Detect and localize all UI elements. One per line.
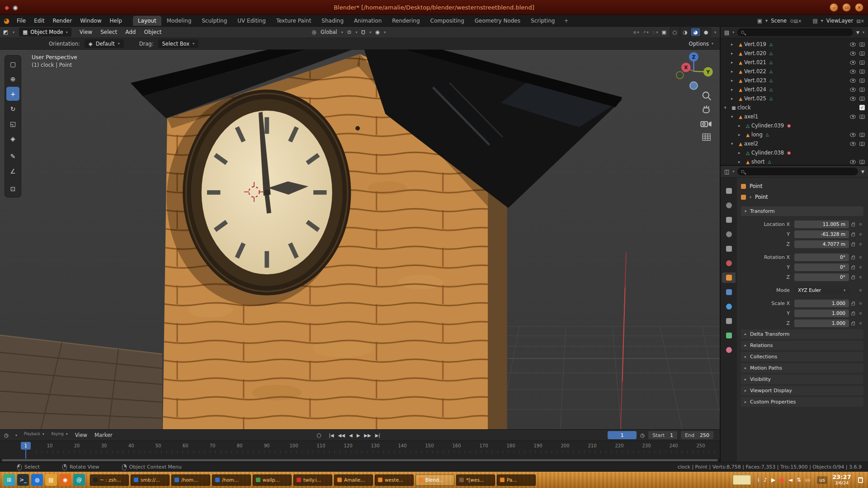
display-toggle-icon[interactable]: ◌	[652, 29, 658, 35]
hide-viewport-icon[interactable]	[850, 70, 856, 74]
properties-tab[interactable]	[722, 186, 736, 196]
transport-button[interactable]: ▶|	[375, 433, 380, 438]
visibility-toggles[interactable]	[850, 97, 865, 101]
outliner-search-input[interactable]	[737, 28, 853, 36]
disable-render-icon[interactable]	[859, 42, 865, 47]
current-frame-field[interactable]: 1	[608, 431, 637, 439]
filter-icon[interactable]: ▼	[856, 30, 859, 35]
tray-icon[interactable]: ◄	[788, 477, 793, 483]
properties-tab[interactable]	[722, 244, 736, 254]
window-control-button[interactable]: ×	[855, 3, 863, 12]
shading-mode-button[interactable]: ●	[701, 28, 711, 36]
disable-render-icon[interactable]	[859, 97, 865, 101]
properties-tab[interactable]	[722, 272, 736, 283]
blender-logo-icon[interactable]: ◕	[4, 17, 9, 25]
expand-icon[interactable]	[738, 150, 744, 155]
expand-icon[interactable]	[738, 160, 744, 164]
tool-button[interactable]: ⊡	[6, 182, 19, 196]
hide-viewport-icon[interactable]	[850, 79, 856, 83]
tool-button[interactable]: ◱	[6, 117, 19, 131]
panel-section-header[interactable]: ▸ Collections	[741, 352, 863, 361]
field-value[interactable]: 1.000	[794, 300, 849, 307]
outliner-row[interactable]: Vert.024	[721, 85, 868, 94]
options-dropdown[interactable]: Options ▾	[689, 41, 713, 47]
timeline-menu-item[interactable]: Marker	[94, 432, 113, 438]
lock-icon[interactable]	[849, 222, 857, 226]
disable-render-icon[interactable]	[859, 79, 865, 83]
field-value[interactable]: 0°	[794, 253, 849, 261]
outliner-row[interactable]: axel2	[721, 139, 868, 148]
taskbar-window-button[interactable]: Blend...	[415, 474, 454, 486]
launcher-icon[interactable]: ◉	[59, 474, 71, 486]
outliner-row[interactable]: Vert.025	[721, 94, 868, 103]
auto-keying-icon[interactable]: ○	[316, 432, 321, 438]
hide-viewport-icon[interactable]	[850, 133, 856, 137]
3d-viewport[interactable]: Z Y X User Perspective (1) clock | Point	[0, 50, 720, 429]
transport-button[interactable]: |◀	[329, 433, 334, 438]
panel-section-header[interactable]: ▸ Viewport Display	[741, 386, 863, 395]
outliner-editor-icon[interactable]: ▤	[724, 29, 729, 36]
drag-dropdown[interactable]: Select Box ▾	[158, 39, 199, 48]
lock-icon[interactable]	[849, 265, 857, 269]
expand-icon[interactable]	[724, 105, 730, 110]
viewport-menu-item[interactable]: Select	[97, 28, 121, 36]
panel-section-header[interactable]: ▸ Visibility	[741, 375, 863, 384]
editor-type-icon[interactable]: ◩	[3, 29, 8, 35]
expand-icon[interactable]	[738, 123, 744, 128]
visibility-toggles[interactable]	[850, 88, 865, 92]
end-frame-field[interactable]: End 250	[681, 431, 713, 439]
outliner-row[interactable]: Vert.020	[721, 49, 868, 58]
tray-icon[interactable]: ▶	[771, 477, 775, 483]
workspace-tab[interactable]: Geometry Nodes	[470, 16, 525, 26]
properties-tab[interactable]	[722, 200, 736, 211]
hide-viewport-icon[interactable]	[850, 88, 856, 92]
outliner-row[interactable]: Vert.023	[721, 76, 868, 85]
expand-icon[interactable]	[731, 114, 737, 119]
tray-icon[interactable]: ⇅	[797, 477, 801, 483]
tray-icon[interactable]: ℹ	[758, 477, 760, 483]
scene-name[interactable]: Scene	[771, 18, 787, 24]
taskbar-window-button[interactable]: Pa...	[497, 474, 536, 486]
tray-icon[interactable]: ●	[779, 477, 784, 483]
expand-icon[interactable]	[731, 51, 737, 56]
orientation-dropdown[interactable]: ◈ Default ▾	[85, 39, 124, 48]
display-toggle-icon[interactable]: ▣	[662, 29, 666, 35]
launcher-icon[interactable]: >_	[17, 474, 29, 486]
panel-section-header[interactable]: ▸ Relations	[741, 341, 863, 350]
properties-tab[interactable]	[722, 316, 736, 326]
timeline-scrollbar[interactable]	[0, 459, 720, 462]
collection-checkbox[interactable]	[859, 105, 865, 110]
viewlayer-icon[interactable]: ▤	[812, 18, 817, 24]
notes-applet[interactable]	[733, 475, 751, 485]
workspace-tab[interactable]: Sculpting	[197, 16, 232, 26]
timeline-ruler[interactable]: 1 10203040506070809010011012013014015016…	[0, 441, 720, 459]
workspace-tab[interactable]: +	[560, 16, 572, 26]
hide-viewport-icon[interactable]	[850, 97, 856, 101]
tool-button[interactable]: ▢	[6, 57, 19, 71]
window-control-button[interactable]: ▭	[842, 3, 851, 12]
workspace-tab[interactable]: Layout	[133, 16, 161, 26]
field-value[interactable]: 11.005 m	[794, 221, 849, 228]
lock-icon[interactable]	[849, 255, 857, 259]
viewlayer-name[interactable]: ViewLayer	[826, 18, 853, 24]
menu-item[interactable]: Help	[106, 16, 126, 25]
taskbar-window-button[interactable]: /hom...	[212, 474, 251, 486]
keyframe-decorator-icon[interactable]	[857, 302, 863, 305]
viewport-menu-item[interactable]: View	[76, 28, 96, 36]
transport-button[interactable]: ▶	[357, 433, 360, 438]
keyframe-decorator-icon[interactable]	[857, 256, 863, 258]
lock-icon[interactable]	[849, 301, 857, 305]
properties-tab[interactable]	[722, 229, 736, 239]
visibility-toggles[interactable]	[850, 160, 865, 164]
lock-icon[interactable]	[849, 321, 857, 325]
keyframe-decorator-icon[interactable]	[857, 223, 863, 225]
taskbar-window-button[interactable]: twily.i...	[293, 474, 332, 486]
shading-mode-button[interactable]: ○	[670, 28, 679, 36]
outliner-row[interactable]: Vert.021	[721, 58, 868, 67]
field-value[interactable]: 1.000	[794, 319, 849, 327]
keyframe-decorator-icon[interactable]	[857, 322, 863, 324]
workspace-tab[interactable]: Shading	[316, 16, 349, 26]
panel-section-header[interactable]: ▸ Delta Transform	[741, 329, 863, 339]
tray-icon[interactable]: ♪	[764, 477, 767, 483]
expand-icon[interactable]	[731, 69, 737, 74]
